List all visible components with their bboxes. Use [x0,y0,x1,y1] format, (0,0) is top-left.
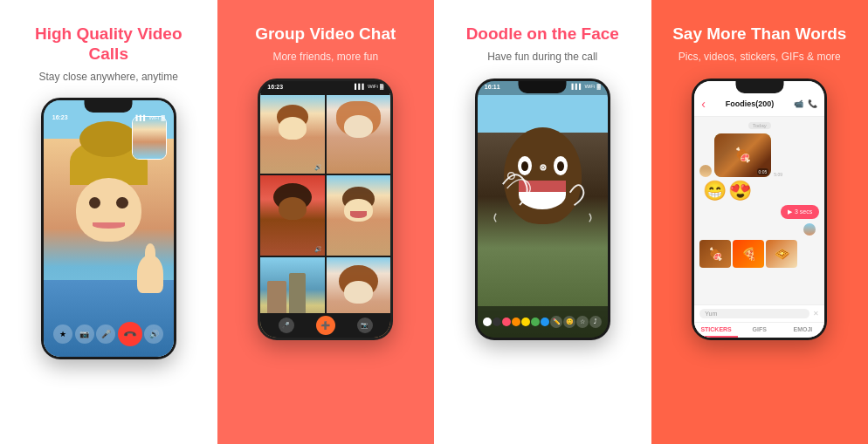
hat-top [79,121,137,157]
panel-3-title: Doodle on the Face [466,24,619,44]
phone-mockup-2: 16:23 ▌▌▌ WiFi ▓ 🔊 [258,79,393,340]
phone-screen-1: 16:23 ▌▌▌ WiFi ▓ ★ 📷 🎤 [44,100,174,357]
mouth [93,222,125,229]
status-icons-1: ▌▌▌ WiFi ▓ [136,114,165,120]
phone-mockup-3: 16:11 ▌▌▌ WiFi ▓ [475,79,610,340]
signal-icon: ▌▌▌ [136,115,148,120]
person-2 [327,93,391,174]
color-orange[interactable] [512,318,520,326]
doodle-tool-share[interactable]: ⤴ [589,316,602,328]
tab-emoji[interactable]: EMOJI [782,323,825,338]
camera-icon: 📷 [79,330,89,338]
person-1 [260,93,325,174]
voice-message-sent: ▶ 3 secs [699,205,819,219]
left-eye [89,197,100,208]
sticker-food-icon-2: 🍕 [741,247,756,261]
person-3 [260,175,325,256]
own-avatar [803,223,816,236]
chat-tabs: STICKERS GIFS EMOJI [694,322,824,338]
voice-call-icon[interactable]: 📞 [808,99,817,108]
panel-4-title: Say More Than Words [672,24,846,44]
wifi-icon-3: WiFi [584,84,595,92]
doodle-toolbar: ✏️ 😊 ☆ ⤴ [478,306,608,338]
phone-end-icon: 📞 [123,327,137,341]
group-video-grid: 🔊 🔊 [260,81,390,338]
camera-button[interactable]: 📷 [75,324,94,344]
group-cell-2 [327,93,391,174]
phone-screen-2: 16:23 ▌▌▌ WiFi ▓ 🔊 [260,81,390,338]
mic-button[interactable]: 🎤 [96,324,115,344]
tab-stickers[interactable]: STICKERS [694,323,738,338]
color-yellow[interactable] [521,318,530,326]
call-controls: ★ 📷 🎤 📞 🔊 [44,322,174,346]
face-1 [279,117,307,140]
battery-icon-2: ▓ [380,84,383,92]
panel-doodle: Doodle on the Face Have fun during the c… [434,0,651,444]
end-call-button[interactable]: 📞 [118,322,142,346]
status-time-1: 16:23 [52,114,68,120]
panel-4-subtitle: Pics, videos, stickers, GIFs & more [679,50,841,65]
sticker-food-icon-3: 🧇 [775,247,789,261]
close-input-button[interactable]: ✕ [813,310,819,318]
face [76,178,141,242]
mouth-interior [519,181,566,192]
group-cell-3: 🔊 [260,175,325,256]
group-mic-icon: 🎤 [282,322,290,329]
doodle-tool-emoji[interactable]: 😊 [563,316,575,328]
star-button[interactable]: ★ [53,324,72,344]
star-icon: ★ [59,330,66,338]
chat-messages: Today 🍖 0:05 [694,117,824,304]
group-camera-button[interactable]: 📷 [357,318,373,333]
voice-bubble[interactable]: ▶ 3 secs [781,205,819,219]
message-received-image: 🍖 0:05 5:09 [699,133,819,177]
color-black[interactable] [493,318,501,326]
color-blue[interactable] [541,318,549,326]
video-duration: 0:05 [757,168,769,175]
color-white[interactable] [483,318,492,326]
food-emoji: 🍖 [734,147,752,163]
sticker-food-1[interactable]: 🍖 [699,240,731,268]
group-add-button[interactable]: ➕ [316,316,335,335]
tab-gifs[interactable]: GIFS [738,323,782,338]
face-4 [344,199,372,222]
signal-icon-2: ▌▌▌ [355,84,366,92]
color-green[interactable] [531,318,540,326]
image-message-1[interactable]: 🍖 0:05 [714,133,771,177]
back-button[interactable]: ‹ [701,97,706,111]
doodle-tool-shapes[interactable]: ☆ [576,316,589,328]
panel-messaging: Say More Than Words Pics, videos, sticke… [651,0,869,444]
volume-indicator-3: 🔊 [314,246,322,253]
doodle-bg: ✏️ 😊 ☆ ⤴ [478,81,608,338]
input-placeholder-text: Yum [705,311,717,317]
sticker-food-3[interactable]: 🧇 [766,240,797,268]
sent-avatar-area [803,223,816,236]
status-bar-2: 16:23 ▌▌▌ WiFi ▓ [260,81,390,95]
emoji-heart-eyes: 😍 [728,181,752,201]
sticker-food-2[interactable]: 🍕 [733,240,764,268]
panel-group-chat: Group Video Chat More friends, more fun … [217,0,435,444]
doodle-smile [519,181,566,210]
group-mic-button[interactable]: 🎤 [279,318,294,333]
volume-button[interactable]: 🔊 [144,324,163,344]
group-bottom-bar: 🎤 ➕ 📷 [260,313,390,338]
group-cell-4 [327,175,391,256]
chat-input-box[interactable]: Yum [699,309,809,318]
panel-1-subtitle: Stay close anywhere, anytime [39,70,178,85]
phone-mockup-1: 16:23 ▌▌▌ WiFi ▓ ★ 📷 🎤 [41,98,176,359]
wifi-icon: WiFi [148,115,159,120]
doodle-face [504,127,582,225]
status-time-2: 16:23 [267,84,283,92]
face-3 [279,197,307,220]
battery-icon: ▓ [161,115,164,120]
laugh-mouth [350,211,367,218]
hand [137,255,163,293]
video-call-icon[interactable]: 📹 [794,99,803,108]
msg-time-1: 5:09 [774,172,782,177]
small-video-content [133,117,166,159]
color-red[interactable] [502,318,511,326]
group-camera-icon: 📷 [361,322,369,329]
video-call-screen: 16:23 ▌▌▌ WiFi ▓ ★ 📷 🎤 [44,100,174,357]
voice-duration: 3 secs [795,208,812,215]
doodle-tool-eraser[interactable]: ✏️ [550,316,562,328]
sender-avatar [699,165,712,177]
